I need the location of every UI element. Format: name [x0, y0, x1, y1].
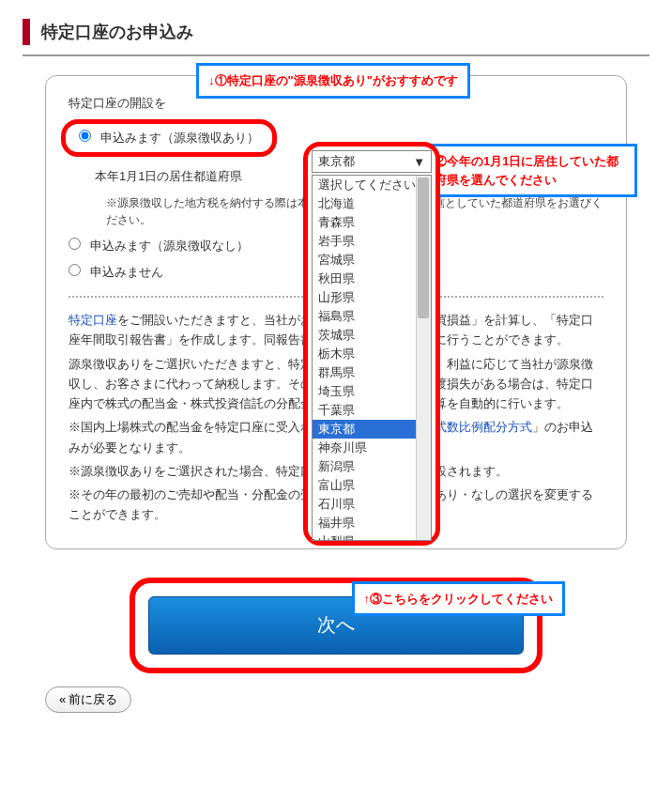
page-title: 特定口座のお申込み [41, 21, 193, 43]
prefecture-option[interactable]: 石川県 [313, 495, 431, 514]
option-withholding-no[interactable]: 申込みます（源泉徴収なし） [69, 239, 249, 253]
option-2-label: 申込みます（源泉徴収なし） [90, 239, 249, 253]
page-title-bar: 特定口座のお申込み [23, 19, 649, 56]
radio-none[interactable] [69, 264, 81, 276]
radio-withholding-yes[interactable] [79, 130, 91, 142]
annotation-2: ←②今年の1月1日に居住していた都道府県を選んでください [410, 144, 637, 197]
scrollbar-thumb[interactable] [418, 177, 429, 318]
option-1-label: 申込みます（源泉徴収あり） [100, 131, 259, 145]
radio-withholding-no[interactable] [69, 238, 81, 250]
back-button[interactable]: « 前に戻る [45, 686, 131, 713]
account-panel: ↓①特定口座の"源泉徴収あり"がおすすめです ←②今年の1月1日に居住していた都… [45, 75, 627, 549]
prefecture-option[interactable]: 茨城県 [313, 326, 431, 345]
prefecture-option[interactable]: 宮城県 [313, 251, 431, 270]
prefecture-option-list[interactable]: 選択してください 北海道 青森県 岩手県 宮城県 秋田県 山形県 福島県 茨城県… [312, 175, 432, 541]
prefecture-option[interactable]: 東京都 [313, 420, 431, 439]
prefecture-option[interactable]: 新潟県 [313, 457, 431, 476]
back-button-label: 前に戻る [69, 691, 117, 708]
prefecture-select[interactable]: 東京都 ▼ [312, 150, 432, 173]
prefecture-dropdown-highlight: 東京都 ▼ 選択してください 北海道 青森県 岩手県 宮城県 秋田県 山形県 福… [303, 142, 440, 546]
chevron-down-icon: ▼ [413, 155, 425, 169]
chevron-left-icon: « [59, 692, 63, 706]
annotation-3: ↑③こちらをクリックしてください [352, 581, 566, 617]
prefecture-option[interactable]: 福井県 [313, 514, 431, 532]
option-3-label: 申込みません [90, 265, 163, 279]
prefecture-option[interactable]: 神奈川県 [313, 439, 431, 457]
prefecture-option[interactable]: 秋田県 [313, 270, 431, 288]
annotation-1: ↓①特定口座の"源泉徴収あり"がおすすめです [196, 63, 470, 99]
prefecture-label: 本年1月1日の居住都道府県 [95, 168, 242, 185]
prefecture-option[interactable]: 山形県 [313, 288, 431, 307]
title-accent [23, 19, 30, 45]
option-none[interactable]: 申込みません [69, 265, 163, 279]
option-withholding-yes[interactable]: 申込みます（源泉徴収あり） [79, 131, 259, 145]
prefecture-option[interactable]: 富山県 [313, 476, 431, 495]
link-tokutei[interactable]: 特定口座 [69, 314, 117, 327]
prefecture-option[interactable]: 選択してください [313, 176, 431, 194]
option-1-highlight: 申込みます（源泉徴収あり） [61, 119, 277, 157]
prefecture-option[interactable]: 福島県 [313, 307, 431, 326]
dropdown-scrollbar[interactable] [416, 176, 431, 540]
prefecture-option[interactable]: 埼玉県 [313, 382, 431, 401]
prefecture-selected: 東京都 [318, 153, 355, 170]
prefecture-option[interactable]: 山梨県 [313, 532, 431, 541]
prefecture-option[interactable]: 千葉県 [313, 401, 431, 420]
prefecture-option[interactable]: 北海道 [313, 194, 431, 213]
prefecture-option[interactable]: 岩手県 [313, 232, 431, 251]
prefecture-option[interactable]: 栃木県 [313, 345, 431, 363]
prefecture-option[interactable]: 青森県 [313, 213, 431, 232]
prefecture-option[interactable]: 群馬県 [313, 363, 431, 382]
